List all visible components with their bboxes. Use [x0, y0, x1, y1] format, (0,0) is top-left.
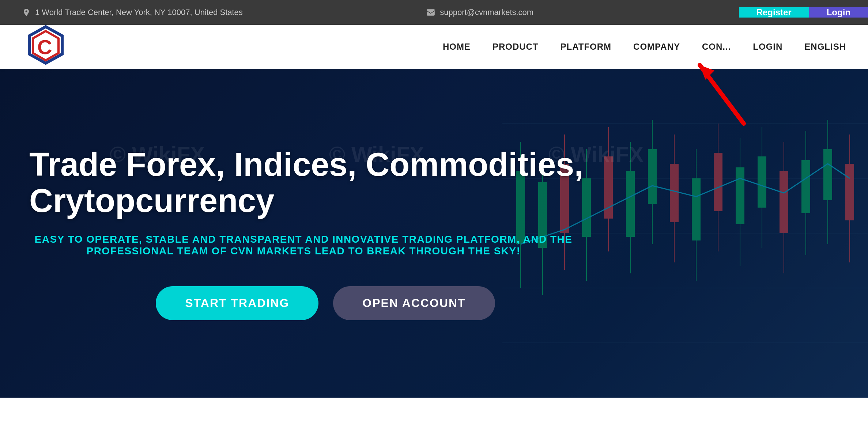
nav-login[interactable]: LOGIN — [753, 42, 782, 52]
email-icon — [426, 8, 435, 17]
hero-subtitle: EASY TO OPERATE, STABLE AND TRANSPARENT … — [29, 234, 578, 257]
svg-text:C: C — [37, 35, 52, 58]
hero-content: Trade Forex, Indices, Commodities, Cryto… — [0, 147, 622, 320]
open-account-button[interactable]: OPEN ACCOUNT — [333, 286, 495, 320]
register-button[interactable]: Register — [739, 7, 809, 18]
address-section: 1 World Trade Center, New York, NY 10007… — [0, 8, 243, 17]
auth-buttons: Register Login — [739, 7, 868, 18]
svg-rect-35 — [780, 171, 788, 233]
nav-contact[interactable]: CON... — [702, 42, 731, 52]
svg-rect-37 — [801, 160, 810, 213]
svg-rect-33 — [758, 156, 766, 208]
location-icon — [22, 8, 31, 17]
nav-home[interactable]: HOME — [443, 42, 471, 52]
svg-rect-23 — [648, 149, 657, 204]
svg-rect-39 — [823, 149, 832, 200]
svg-rect-29 — [714, 153, 722, 211]
svg-rect-27 — [692, 178, 701, 240]
svg-rect-25 — [670, 164, 679, 222]
start-trading-button[interactable]: START TRADING — [156, 286, 318, 320]
email-text: support@cvnmarkets.com — [440, 8, 533, 17]
svg-rect-31 — [736, 167, 744, 224]
hero-section: © WikiFX © WikiFX © WikiFX Trade Forex, … — [0, 69, 868, 398]
logo[interactable]: C — [22, 23, 69, 71]
hero-title: Trade Forex, Indices, Commodities, Cryto… — [29, 147, 622, 219]
nav-product[interactable]: PRODUCT — [493, 42, 539, 52]
nav-language[interactable]: ENGLISH — [804, 42, 846, 52]
nav-platform[interactable]: PLATFORM — [561, 42, 612, 52]
login-top-button[interactable]: Login — [809, 7, 868, 18]
top-bar: 1 World Trade Center, New York, NY 10007… — [0, 0, 868, 25]
navbar: C HOME PRODUCT PLATFORM COMPANY CON... L… — [0, 25, 868, 69]
address-text: 1 World Trade Center, New York, NY 10007… — [35, 8, 243, 17]
nav-company[interactable]: COMPANY — [633, 42, 680, 52]
hero-buttons: START TRADING OPEN ACCOUNT — [29, 286, 622, 320]
svg-rect-21 — [626, 171, 635, 237]
svg-rect-41 — [845, 164, 854, 220]
nav-menu: HOME PRODUCT PLATFORM COMPANY CON... LOG… — [443, 42, 846, 52]
email-section: support@cvnmarkets.com — [243, 8, 739, 17]
